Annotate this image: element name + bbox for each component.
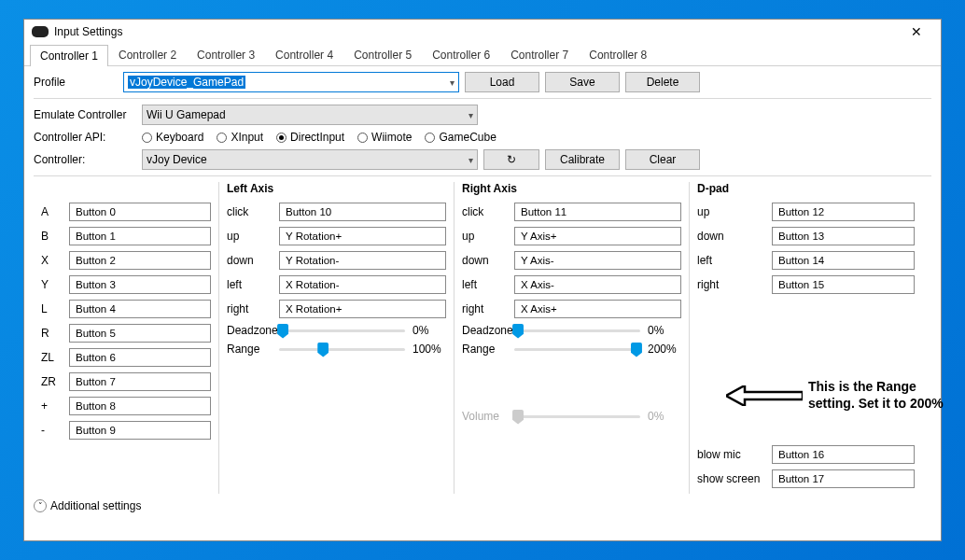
raxis-click[interactable]: Button 11	[514, 203, 681, 221]
laxis-left[interactable]: X Rotation-	[279, 275, 446, 294]
raxis-right[interactable]: X Axis+	[514, 300, 681, 318]
laxis-right[interactable]: X Rotation+	[279, 300, 446, 318]
profile-combo[interactable]: vJoyDevice_GamePad ▾	[123, 72, 459, 92]
gamepad-icon	[32, 26, 49, 37]
controller-value: vJoy Device	[147, 153, 207, 166]
refresh-button[interactable]: ↻	[483, 149, 539, 170]
tab-controller-4[interactable]: Controller 4	[265, 44, 343, 65]
api-radio-wiimote[interactable]: Wiimote	[357, 131, 412, 144]
api-label: Controller API:	[34, 131, 136, 144]
annotation: This is the Range setting. Set it to 200…	[726, 379, 945, 412]
tab-controller-5[interactable]: Controller 5	[343, 44, 422, 65]
laxis-click[interactable]: Button 10	[279, 203, 446, 221]
dpad-left[interactable]: Button 14	[772, 251, 915, 270]
volume-slider	[514, 415, 640, 418]
close-button[interactable]: ✕	[900, 22, 933, 41]
save-button[interactable]: Save	[545, 72, 620, 92]
right-axis-header: Right Axis	[462, 182, 681, 197]
bind-l: LButton 4	[41, 300, 211, 318]
left-axis-header: Left Axis	[227, 182, 446, 197]
dpad-up[interactable]: Button 12	[772, 203, 915, 221]
chevron-down-icon: ▾	[469, 155, 473, 165]
annotation-text: This is the Range setting. Set it to 200…	[808, 379, 945, 412]
controller-combo[interactable]: vJoy Device ▾	[142, 149, 478, 170]
laxis-range-slider[interactable]	[279, 348, 405, 351]
laxis-deadzone-slider[interactable]	[279, 329, 405, 332]
raxis-deadzone-slider[interactable]	[514, 329, 640, 332]
raxis-down[interactable]: Y Axis-	[514, 251, 681, 270]
left-axis-column: Left Axis clickButton 10 upY Rotation+ d…	[218, 182, 454, 494]
bind-b: BButton 1	[41, 227, 211, 245]
additional-settings-toggle[interactable]: ˅ Additional settings	[34, 499, 931, 512]
main-buttons-column: AButton 0 BButton 1 XButton 2 YButton 3 …	[34, 182, 218, 494]
bind-l-value[interactable]: Button 4	[69, 300, 211, 318]
tab-controller-2[interactable]: Controller 2	[108, 44, 187, 65]
bind-a-value[interactable]: Button 0	[69, 203, 211, 221]
load-button[interactable]: Load	[465, 72, 539, 92]
main-buttons-header	[41, 182, 211, 197]
bind-a: AButton 0	[41, 203, 211, 221]
tab-controller-7[interactable]: Controller 7	[500, 44, 579, 65]
bind-x: XButton 2	[41, 251, 211, 270]
profile-value: vJoyDevice_GamePad	[128, 76, 245, 89]
blow-mic[interactable]: Button 16	[772, 445, 915, 464]
bind-x-value[interactable]: Button 2	[69, 251, 211, 270]
bind-minus: -Button 9	[41, 421, 211, 440]
tab-controller-3[interactable]: Controller 3	[187, 44, 265, 65]
refresh-icon: ↻	[507, 153, 516, 166]
api-radio-gamecube[interactable]: GameCube	[425, 131, 496, 144]
bind-minus-value[interactable]: Button 9	[69, 421, 211, 440]
titlebar: Input Settings ✕	[24, 20, 941, 44]
bind-zl: ZLButton 6	[41, 348, 211, 367]
emulate-combo[interactable]: Wii U Gamepad ▾	[142, 105, 478, 125]
dpad-right[interactable]: Button 15	[772, 275, 915, 294]
bind-zl-value[interactable]: Button 6	[69, 348, 211, 367]
controller-label: Controller:	[34, 153, 136, 166]
raxis-up[interactable]: Y Axis+	[514, 227, 681, 245]
right-axis-column: Right Axis clickButton 11 upY Axis+ down…	[454, 182, 689, 494]
bind-zr: ZRButton 7	[41, 372, 211, 391]
clear-button[interactable]: Clear	[625, 149, 700, 170]
profile-label: Profile	[34, 76, 118, 89]
bind-r: RButton 5	[41, 324, 211, 343]
delete-button[interactable]: Delete	[625, 72, 700, 92]
dpad-column: D-pad upButton 12 downButton 13 leftButt…	[689, 182, 922, 494]
chevron-down-icon: ˅	[34, 499, 47, 512]
controller-tabs: Controller 1 Controller 2 Controller 3 C…	[24, 44, 941, 66]
api-radio-keyboard[interactable]: Keyboard	[142, 131, 203, 144]
raxis-range-slider[interactable]	[514, 348, 640, 351]
laxis-up[interactable]: Y Rotation+	[279, 227, 446, 245]
dpad-header: D-pad	[697, 182, 915, 197]
show-screen[interactable]: Button 17	[772, 469, 915, 488]
window-title: Input Settings	[54, 25, 900, 38]
calibrate-button[interactable]: Calibrate	[545, 149, 620, 170]
bind-plus: +Button 8	[41, 397, 211, 415]
binding-columns: AButton 0 BButton 1 XButton 2 YButton 3 …	[34, 182, 931, 494]
api-radio-directinput[interactable]: DirectInput	[276, 131, 344, 144]
emulate-label: Emulate Controller	[34, 108, 136, 121]
bind-y: YButton 3	[41, 275, 211, 294]
tab-controller-8[interactable]: Controller 8	[579, 44, 657, 65]
arrow-left-icon	[726, 385, 803, 406]
api-radio-group: Keyboard XInput DirectInput Wiimote Game…	[142, 131, 496, 144]
laxis-down[interactable]: Y Rotation-	[279, 251, 446, 270]
tab-controller-1[interactable]: Controller 1	[30, 45, 108, 66]
chevron-down-icon: ▾	[469, 110, 473, 120]
input-settings-window: Input Settings ✕ Controller 1 Controller…	[23, 19, 942, 541]
api-radio-xinput[interactable]: XInput	[217, 131, 263, 144]
bind-zr-value[interactable]: Button 7	[69, 372, 211, 391]
emulate-value: Wii U Gamepad	[147, 108, 226, 121]
bind-y-value[interactable]: Button 3	[69, 275, 211, 294]
bind-r-value[interactable]: Button 5	[69, 324, 211, 343]
content-area: Profile vJoyDevice_GamePad ▾ Load Save D…	[24, 66, 941, 540]
raxis-left[interactable]: X Axis-	[514, 275, 681, 294]
chevron-down-icon: ▾	[450, 77, 455, 88]
additional-label: Additional settings	[50, 499, 141, 512]
dpad-down[interactable]: Button 13	[772, 227, 915, 245]
bind-plus-value[interactable]: Button 8	[69, 397, 211, 415]
bind-b-value[interactable]: Button 1	[69, 227, 211, 245]
tab-controller-6[interactable]: Controller 6	[422, 44, 500, 65]
